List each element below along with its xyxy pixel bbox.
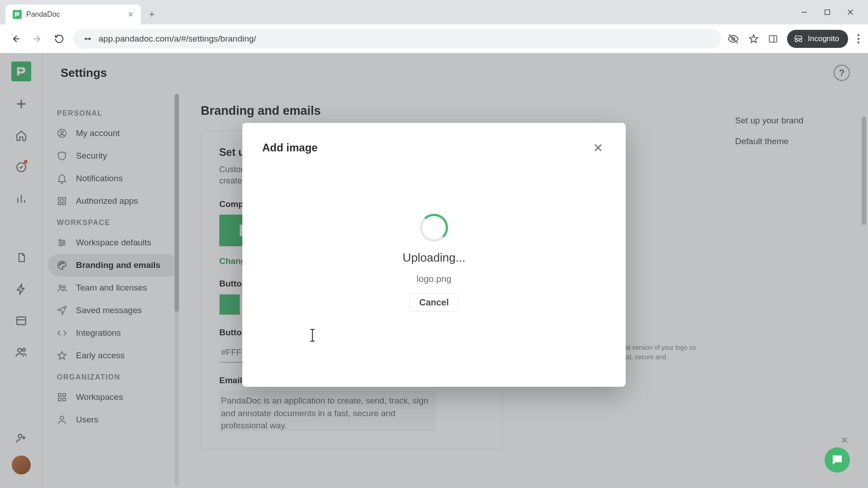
url-text: app.pandadoc.com/a/#/settings/branding/: [99, 34, 256, 44]
svg-rect-0: [825, 10, 830, 15]
app-root: Settings ? PERSONAL My account Security …: [0, 53, 868, 488]
svg-point-6: [858, 38, 860, 40]
text-cursor-icon: [312, 329, 313, 342]
bookmark-star-icon[interactable]: [748, 33, 759, 44]
upload-filename: logo.png: [417, 273, 452, 284]
incognito-icon: [793, 34, 803, 44]
side-panel-icon[interactable]: [768, 34, 778, 44]
close-tab-button[interactable]: [127, 10, 135, 19]
incognito-indicator[interactable]: Incognito: [787, 30, 848, 48]
minimize-button[interactable]: [800, 8, 808, 16]
reload-button[interactable]: [52, 31, 67, 47]
maximize-button[interactable]: [824, 9, 831, 16]
svg-point-5: [858, 34, 860, 36]
browser-address-bar: app.pandadoc.com/a/#/settings/branding/ …: [0, 24, 868, 53]
address-bar-actions: Incognito: [727, 30, 860, 48]
browser-tab[interactable]: PandaDoc: [5, 5, 141, 24]
dismiss-chat-button[interactable]: [839, 435, 850, 446]
close-window-button[interactable]: [846, 8, 854, 16]
add-image-modal: Add image Uploading... logo.png Cancel: [242, 123, 626, 387]
chat-icon: [830, 453, 844, 467]
modal-close-button[interactable]: [590, 140, 606, 155]
visibility-off-icon[interactable]: [727, 33, 739, 45]
svg-point-1: [85, 38, 86, 39]
url-input[interactable]: app.pandadoc.com/a/#/settings/branding/: [73, 29, 721, 49]
window-controls: [800, 0, 868, 24]
modal-header: Add image: [262, 140, 606, 155]
svg-rect-4: [769, 35, 777, 42]
close-icon: [593, 142, 604, 153]
pandadoc-favicon: [13, 10, 22, 19]
browser-tab-bar: PandaDoc +: [0, 0, 868, 24]
modal-body: Uploading... logo.png Cancel: [262, 155, 606, 370]
upload-status: Uploading...: [403, 250, 466, 264]
svg-point-2: [89, 38, 90, 39]
incognito-label: Incognito: [808, 34, 839, 43]
svg-point-7: [858, 41, 860, 43]
cancel-upload-button[interactable]: Cancel: [410, 293, 458, 311]
back-button[interactable]: [8, 31, 24, 47]
modal-title: Add image: [262, 141, 318, 154]
browser-chrome: PandaDoc + app.pandadoc.com/a/#/settings…: [0, 0, 868, 53]
forward-button[interactable]: [30, 31, 45, 47]
site-info-icon: [83, 34, 92, 43]
new-tab-button[interactable]: +: [144, 6, 160, 23]
browser-tab-title: PandaDoc: [26, 10, 60, 19]
browser-menu-button[interactable]: [857, 34, 860, 44]
chat-fab[interactable]: [825, 447, 850, 473]
loading-spinner-icon: [420, 213, 448, 241]
